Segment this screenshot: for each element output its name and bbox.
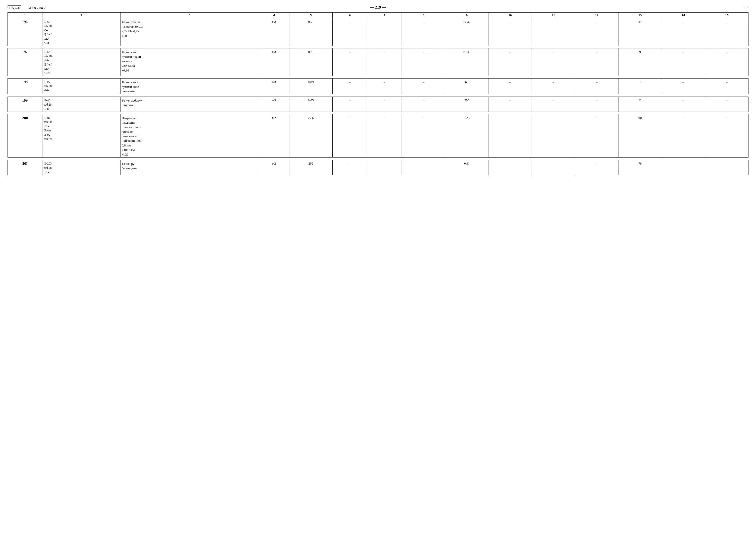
- table-row: I97I9-I2 таб.28- -2-б Ц.I,ч.I р.IУ п.227…: [8, 48, 748, 76]
- row-col11: –: [532, 78, 575, 94]
- row-col7: –: [367, 97, 402, 112]
- row-col15: –: [705, 97, 748, 112]
- row-reference: I9-46 таб.28- -3-б: [42, 97, 120, 112]
- row-col15: –: [705, 18, 748, 46]
- col-header-4: 4: [259, 13, 289, 18]
- row-col9: 206: [445, 97, 488, 112]
- col-header-9: 9: [445, 13, 488, 18]
- col-header-11: 11: [532, 13, 575, 18]
- col-header-13: 13: [618, 13, 662, 18]
- spacer-row: [8, 158, 748, 160]
- row-col13: 6I: [618, 78, 662, 94]
- row-col8: –: [402, 160, 445, 175]
- row-col14: –: [662, 48, 705, 76]
- col-header-8: 8: [402, 13, 445, 18]
- row-col14: –: [662, 18, 705, 46]
- row-unit: м3: [259, 18, 289, 46]
- table-row: I96I9-5I таб.28- -3-г Ц.I,ч.I р.IУ п.34Т…: [8, 18, 748, 46]
- row-col8: –: [402, 18, 445, 46]
- row-number: I96: [8, 18, 42, 46]
- row-col10: –: [488, 160, 532, 175]
- row-col14: –: [662, 78, 705, 94]
- corner-mark: · →: [744, 5, 749, 9]
- row-col15: –: [705, 114, 748, 158]
- row-col9: 70,46: [445, 48, 488, 76]
- row-col10: –: [488, 97, 532, 112]
- row-col11: –: [532, 97, 575, 112]
- row-col7: –: [367, 78, 402, 94]
- row-col12: –: [575, 78, 618, 94]
- row-col5: 0,05: [289, 97, 333, 112]
- row-col12: –: [575, 97, 618, 112]
- row-col12: –: [575, 160, 618, 175]
- row-col8: –: [402, 114, 445, 158]
- col-header-15: 15: [705, 13, 748, 18]
- row-col13: I0: [618, 97, 662, 112]
- row-unit: м2: [259, 114, 289, 158]
- row-unit: м3: [259, 78, 289, 94]
- table-row: 200I9-Iб3 таб.28- -II-з Пр-нт 0I-02 таб.…: [8, 114, 748, 158]
- col-header-12: 12: [575, 13, 618, 18]
- row-col12: –: [575, 114, 618, 158]
- row-col14: –: [662, 114, 705, 158]
- row-description: То же, асбоцух- шнуром: [120, 97, 259, 112]
- row-col6: –: [333, 114, 367, 158]
- row-description: То же, ру- беронддом: [120, 160, 259, 175]
- table-row: I98I9-I5 таб.28- -2-бТо же, скор- лупами…: [8, 78, 748, 94]
- doc-ref: Ал.8.2,кн.2: [29, 6, 45, 10]
- table-row: 20II9-203 таб.28- -II-хТо же, ру- беронд…: [8, 160, 748, 175]
- row-reference: I9-Iб3 таб.28- -II-з Пр-нт 0I-02 таб.29: [42, 114, 120, 158]
- row-col8: –: [402, 97, 445, 112]
- row-col7: –: [367, 48, 402, 76]
- row-col15: –: [705, 78, 748, 94]
- row-description: То же, скор- лупами перли- товыми 9,6+63…: [120, 48, 259, 76]
- row-number: I98: [8, 78, 42, 94]
- row-col8: –: [402, 48, 445, 76]
- page-header: 903-2-18 Ал.8.2,кн.2 — 219 — · →: [8, 5, 748, 10]
- row-col12: –: [575, 18, 618, 46]
- row-col9: 47,32: [445, 18, 488, 46]
- row-col5: 8,4I: [289, 48, 333, 76]
- row-description: То же, скор- лупами сове- литовыми: [120, 78, 259, 94]
- col-header-1: 1: [8, 13, 42, 18]
- row-col14: –: [662, 160, 705, 175]
- spacer-row: [8, 94, 748, 97]
- doc-number: 903-2-18: [8, 5, 21, 10]
- row-number: 20I: [8, 160, 42, 175]
- main-table: 1 2 3 4 5 6 7 8 9 10 11 12 13 14 15 I96I…: [8, 12, 748, 175]
- row-col11: –: [532, 18, 575, 46]
- row-col14: –: [662, 97, 705, 112]
- row-col5: 0,7I: [289, 18, 333, 46]
- spacer-row: [8, 76, 748, 78]
- row-col10: –: [488, 78, 532, 94]
- row-reference: I9-203 таб.28- -II-х: [42, 160, 120, 175]
- row-col5: 252: [289, 160, 333, 175]
- col-header-5: 5: [289, 13, 333, 18]
- row-col7: –: [367, 160, 402, 175]
- row-col11: –: [532, 48, 575, 76]
- row-description: Покрытие изоляции сталью тонко- листовой…: [120, 114, 259, 158]
- row-unit: м3: [259, 48, 289, 76]
- header-left: 903-2-18 Ал.8.2,кн.2: [8, 5, 45, 10]
- row-col11: –: [532, 160, 575, 175]
- row-col7: –: [367, 18, 402, 46]
- page-number: — 219 —: [370, 5, 386, 10]
- row-col9: 3,25: [445, 114, 488, 158]
- col-header-7: 7: [367, 13, 402, 18]
- row-col5: 0,89: [289, 78, 333, 94]
- col-header-2: 2: [42, 13, 120, 18]
- col-header-6: 6: [333, 13, 367, 18]
- row-number: 200: [8, 114, 42, 158]
- row-col10: –: [488, 48, 532, 76]
- row-col11: –: [532, 114, 575, 158]
- spacer-row: [8, 112, 748, 114]
- row-col10: –: [488, 114, 532, 158]
- row-col6: –: [333, 48, 367, 76]
- row-col13: 593: [618, 48, 662, 76]
- row-col7: –: [367, 114, 402, 158]
- row-col6: –: [333, 18, 367, 46]
- row-unit: м3: [259, 97, 289, 112]
- row-number: I97: [8, 48, 42, 76]
- col-header-3: 3: [120, 13, 259, 18]
- col-header-14: 14: [662, 13, 705, 18]
